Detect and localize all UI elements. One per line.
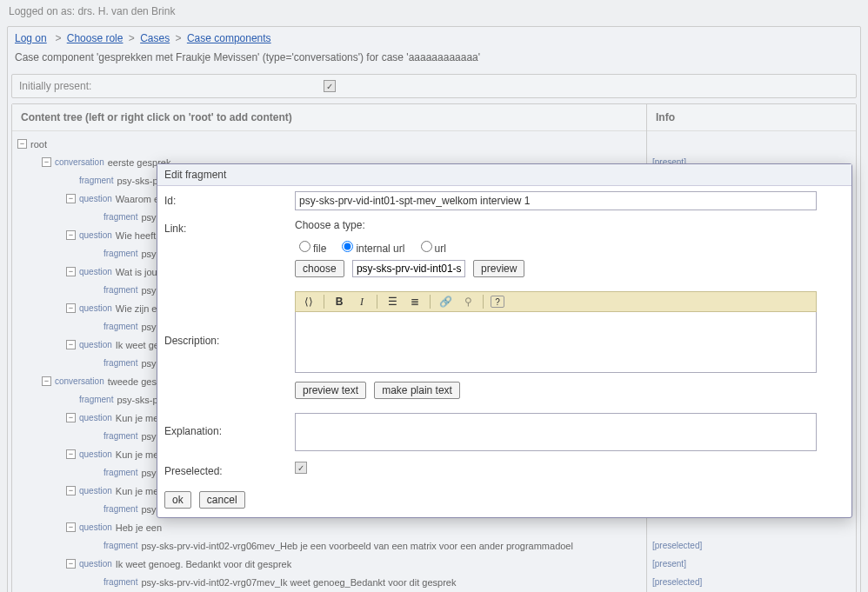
tree-row[interactable]: fragmentpsy-sks-prv-vid-int02-vrg06mev_H…	[17, 536, 641, 555]
info-row: [preselected]	[652, 536, 851, 555]
collapse-icon[interactable]: −	[66, 267, 76, 276]
tree-node-kind: question	[79, 449, 112, 459]
unlink-icon[interactable]: ⚲	[460, 294, 476, 309]
breadcrumb-case-components[interactable]: Case components	[187, 32, 271, 44]
collapse-icon[interactable]: −	[42, 157, 51, 167]
tree-node-kind: fragment	[79, 395, 113, 404]
explanation-label: Explanation:	[164, 413, 295, 437]
tree-node-kind: fragment	[79, 176, 113, 185]
tree-node-text: tweede ges	[108, 376, 157, 387]
info-row	[652, 135, 851, 153]
tree-node-kind: question	[79, 230, 112, 240]
tree-node-kind: fragment	[103, 249, 137, 258]
link-input[interactable]	[352, 260, 465, 277]
collapse-icon[interactable]: −	[66, 486, 76, 496]
breadcrumb-logon[interactable]: Log on	[15, 32, 47, 44]
tree-node-kind: question	[79, 486, 112, 496]
tree-node-kind: question	[79, 194, 112, 203]
tree-node-kind: question	[79, 559, 112, 569]
tree-node-kind: fragment	[103, 504, 137, 514]
tree-node-text: psy-sks-pr	[117, 395, 161, 405]
tree-node-text: Ik weet genoeg. Bedankt voor dit gesprek	[116, 559, 291, 569]
description-label: Description:	[164, 291, 295, 347]
tree-row[interactable]: fragmentpsy-sks-prv-vid-int02-vrg07mev_I…	[17, 573, 641, 591]
tree-node-kind: fragment	[103, 285, 137, 295]
id-label: Id:	[164, 191, 295, 207]
preview-button[interactable]: preview	[473, 260, 524, 277]
editor-toolbar: ⟨⟩ B I ☰ ≣ 🔗 ⚲ ?	[295, 291, 817, 312]
collapse-icon[interactable]: −	[66, 413, 76, 422]
choose-button[interactable]: choose	[295, 260, 344, 277]
preselected-checkbox[interactable]: ✓	[295, 462, 307, 474]
edit-fragment-dialog: Edit fragment Id: Link: Choose a type: f…	[157, 163, 852, 518]
radio-url[interactable]	[421, 241, 432, 252]
breadcrumb-cases[interactable]: Cases	[140, 32, 170, 44]
tree-node-text: psy-sks-prv-vid-int02-vrg06mev_Heb je ee…	[141, 541, 572, 551]
info-row: [preselected]	[652, 573, 851, 591]
collapse-icon[interactable]: −	[66, 559, 76, 569]
explanation-textarea[interactable]	[295, 413, 817, 451]
source-icon[interactable]: ⟨⟩	[301, 294, 317, 309]
collapse-icon[interactable]: −	[66, 449, 76, 459]
link-icon[interactable]: 🔗	[437, 294, 453, 309]
tree-row[interactable]: −questionHeb je een	[17, 518, 641, 536]
id-input[interactable]	[295, 191, 817, 210]
breadcrumb-choose-role[interactable]: Choose role	[67, 32, 124, 44]
tree-node-text: Heb je een	[116, 522, 162, 533]
link-label: Link:	[164, 219, 295, 235]
tree-row[interactable]: −root	[17, 135, 641, 153]
tree-node-kind: conversation	[55, 376, 104, 386]
tree-node-text: psy-sks-prv-vid-int02-vrg07mev_Ik weet g…	[141, 577, 456, 588]
tree-node-kind: question	[79, 267, 112, 276]
info-row	[652, 518, 851, 536]
tree-node-text: root	[30, 139, 47, 150]
tree-node-kind: question	[79, 522, 112, 532]
dialog-title: Edit fragment	[157, 164, 851, 186]
tree-node-kind: question	[79, 303, 112, 313]
radio-file[interactable]	[299, 241, 310, 252]
collapse-icon[interactable]: −	[17, 139, 27, 149]
logged-on-text: Logged on as: drs. H. van den Brink	[0, 0, 868, 23]
breadcrumb: Log on > Choose role > Cases > Case comp…	[8, 27, 860, 50]
initially-present-label: Initially present:	[19, 80, 324, 92]
radio-internal-url[interactable]	[342, 241, 353, 252]
tree-node-kind: conversation	[55, 157, 104, 167]
preselected-label: Preselected:	[164, 462, 295, 477]
italic-icon[interactable]: I	[354, 294, 370, 309]
description-editor[interactable]	[295, 312, 817, 373]
unordered-list-icon[interactable]: ≣	[407, 294, 423, 309]
make-plain-text-button[interactable]: make plain text	[374, 382, 460, 399]
tree-node-kind: question	[79, 413, 112, 422]
tree-node-kind: fragment	[103, 577, 137, 587]
collapse-icon[interactable]: −	[66, 340, 76, 349]
ordered-list-icon[interactable]: ☰	[384, 294, 400, 309]
collapse-icon[interactable]: −	[66, 522, 76, 532]
preview-text-button[interactable]: preview text	[295, 382, 366, 399]
bold-icon[interactable]: B	[331, 294, 347, 309]
collapse-icon[interactable]: −	[66, 303, 76, 313]
tree-node-kind: fragment	[103, 212, 137, 222]
help-icon[interactable]: ?	[491, 296, 504, 308]
tree-node-kind: fragment	[103, 431, 137, 441]
tree-node-text: psy-sks-pr	[117, 176, 161, 186]
collapse-icon[interactable]: −	[66, 230, 76, 240]
tree-header: Content tree (left or right click on 'ro…	[12, 104, 646, 131]
cancel-button[interactable]: cancel	[199, 491, 245, 509]
info-header: Info	[647, 104, 856, 131]
tree-node-kind: fragment	[103, 468, 137, 477]
tree-node-kind: fragment	[103, 541, 137, 550]
choose-a-type-label: Choose a type:	[295, 219, 845, 231]
tree-node-kind: fragment	[103, 358, 137, 368]
collapse-icon[interactable]: −	[42, 376, 51, 386]
tree-node-kind: fragment	[103, 322, 137, 331]
initially-present-row: Initially present: ✓	[11, 74, 857, 98]
page-subtitle: Case component 'gesprekken met Fraukje M…	[8, 50, 860, 70]
info-row: [present]	[652, 555, 851, 573]
initially-present-checkbox[interactable]: ✓	[324, 80, 336, 92]
collapse-icon[interactable]: −	[66, 194, 76, 203]
tree-node-kind: question	[79, 340, 112, 349]
ok-button[interactable]: ok	[164, 491, 191, 509]
tree-row[interactable]: −questionIk weet genoeg. Bedankt voor di…	[17, 555, 641, 573]
